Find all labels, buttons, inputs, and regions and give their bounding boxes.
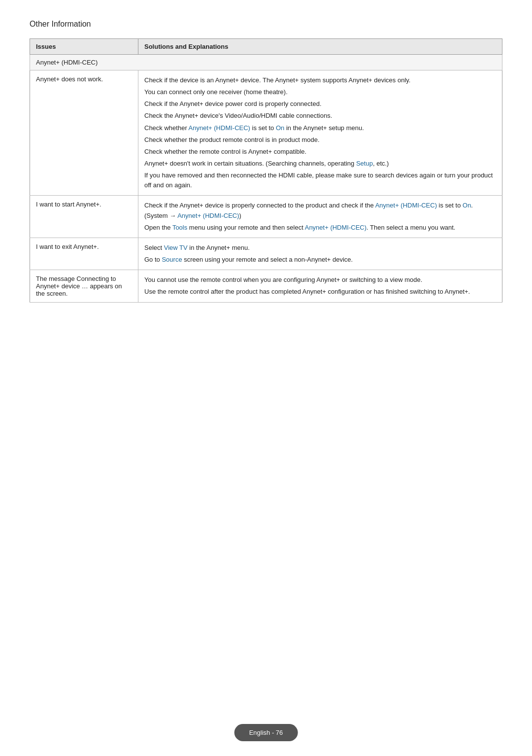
solution-line: Check whether Anynet+ (HDMI-CEC) is set … (144, 123, 496, 133)
anynet-hdmi-cec-link[interactable]: Anynet+ (HDMI-CEC) (189, 124, 250, 132)
solution-line: Check if the device is an Anynet+ device… (144, 75, 496, 85)
table-row: I want to start Anynet+. Check if the An… (30, 196, 502, 238)
solution-line: Check whether the product remote control… (144, 135, 496, 145)
solution-cell: Select View TV in the Anynet+ menu. Go t… (138, 238, 502, 270)
anynet-hdmi-cec-link4[interactable]: Anynet+ (HDMI-CEC) (305, 224, 366, 231)
anynet-hdmi-cec-link3[interactable]: Anynet+ (HDMI-CEC) (177, 212, 239, 219)
issue-cell: Anynet+ does not work. (30, 70, 138, 196)
solution-line: If you have removed and then reconnected… (144, 171, 496, 190)
solution-line: Check if the Anynet+ device power cord i… (144, 99, 496, 109)
on-link[interactable]: On (276, 124, 284, 132)
setup-link[interactable]: Setup (356, 160, 373, 167)
solution-line: Select View TV in the Anynet+ menu. (144, 243, 496, 253)
page-title: Other Information (30, 20, 502, 29)
solution-line: Open the Tools menu using your remote an… (144, 223, 496, 233)
source-link[interactable]: Source (162, 256, 182, 263)
table-row: Anynet+ does not work. Check if the devi… (30, 70, 502, 196)
issues-table: Issues Solutions and Explanations Anynet… (30, 38, 502, 303)
col-solutions-header: Solutions and Explanations (138, 39, 502, 55)
section-header-row: Anynet+ (HDMI-CEC) (30, 55, 502, 70)
anynet-hdmi-cec-link2[interactable]: Anynet+ (HDMI-CEC) (375, 202, 437, 209)
on-link2[interactable]: On (463, 202, 471, 209)
solution-line: You cannot use the remote control when y… (144, 275, 496, 285)
issue-cell: I want to exit Anynet+. (30, 238, 138, 270)
solution-cell: Check if the device is an Anynet+ device… (138, 70, 502, 196)
section-header-cell: Anynet+ (HDMI-CEC) (30, 55, 502, 70)
solution-line: Go to Source screen using your remote an… (144, 255, 496, 265)
issue-cell: The message Connecting to Anynet+ device… (30, 270, 138, 303)
col-issues-header: Issues (30, 39, 138, 55)
table-row: The message Connecting to Anynet+ device… (30, 270, 502, 303)
table-row: I want to exit Anynet+. Select View TV i… (30, 238, 502, 270)
solution-line: Check the Anynet+ device's Video/Audio/H… (144, 111, 496, 121)
solution-line: Use the remote control after the product… (144, 287, 496, 297)
tools-link[interactable]: Tools (172, 224, 187, 231)
solution-cell: Check if the Anynet+ device is properly … (138, 196, 502, 238)
view-tv-link[interactable]: View TV (164, 244, 188, 251)
footer-badge: English - 76 (234, 724, 298, 741)
solution-line: Anynet+ doesn't work in certain situatio… (144, 159, 496, 169)
solution-line: Check if the Anynet+ device is properly … (144, 201, 496, 220)
issue-cell: I want to start Anynet+. (30, 196, 138, 238)
solution-line: Check whether the remote control is Anyn… (144, 147, 496, 157)
solution-line: You can connect only one receiver (home … (144, 87, 496, 97)
solution-cell: You cannot use the remote control when y… (138, 270, 502, 303)
